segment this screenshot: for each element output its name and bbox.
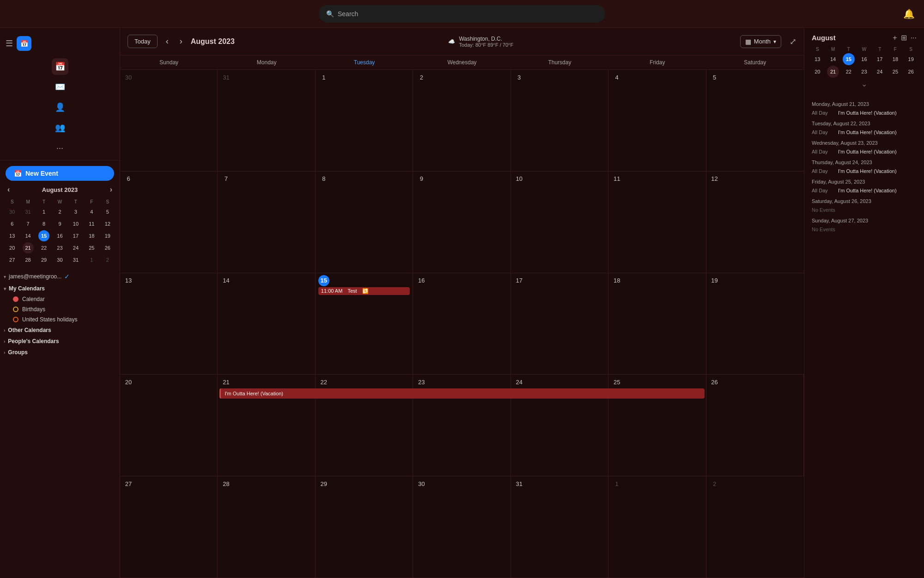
day-number[interactable]: 1 <box>611 478 622 489</box>
day-cell-31[interactable]: 31 <box>511 476 608 578</box>
mini-day[interactable]: 3 <box>70 206 81 217</box>
mini-day[interactable]: 29 <box>38 254 49 265</box>
day-number[interactable]: 30 <box>416 478 427 489</box>
mini-day[interactable]: 18 <box>86 230 97 241</box>
notification-icon[interactable]: 🔔 <box>903 8 915 19</box>
calendar-item-birthdays[interactable]: Birthdays <box>0 304 120 314</box>
day-cell-13[interactable]: 13 <box>120 273 218 375</box>
day-number[interactable]: 30 <box>123 72 134 83</box>
day-number[interactable]: 6 <box>123 173 134 184</box>
rp-event-row[interactable]: All Day I'm Outta Here! (Vacation) <box>804 148 924 156</box>
day-cell-10[interactable]: 10 <box>511 172 608 273</box>
prev-month-button[interactable]: ‹ <box>163 35 171 48</box>
day-number[interactable]: 2 <box>416 72 427 83</box>
sidebar-nav-contacts[interactable]: 👤 <box>52 99 68 116</box>
mini-day[interactable]: 31 <box>23 206 34 217</box>
mini-day[interactable]: 30 <box>6 206 18 217</box>
day-number[interactable]: 21 <box>220 376 231 387</box>
mini-day[interactable]: 26 <box>102 242 113 253</box>
vacation-event-bar[interactable]: I'm Outta Here! (Vacation) <box>219 388 704 399</box>
mini-day[interactable]: 5 <box>102 206 113 217</box>
other-calendars-header[interactable]: › Other Calendars <box>0 325 120 336</box>
day-cell-27[interactable]: 27 <box>120 476 218 578</box>
day-number[interactable]: 5 <box>709 72 720 83</box>
day-cell-7[interactable]: 7 <box>218 172 315 273</box>
calendar-item-us-holidays[interactable]: United States holidays <box>0 314 120 325</box>
day-cell-8[interactable]: 8 <box>316 172 413 273</box>
mini-day-today[interactable]: 15 <box>38 230 49 241</box>
today-button[interactable]: Today <box>128 35 158 48</box>
mini-day[interactable]: 2 <box>102 254 113 265</box>
day-cell-16[interactable]: 16 <box>413 273 511 375</box>
mini-day[interactable]: 6 <box>6 218 18 229</box>
rp-grid-button[interactable]: ⊞ <box>901 33 907 42</box>
rp-day-today[interactable]: 15 <box>843 53 855 65</box>
rp-more-button[interactable]: ··· <box>911 34 917 42</box>
rp-event-row[interactable]: All Day I'm Outta Here! (Vacation) <box>804 128 924 136</box>
day-cell-31[interactable]: 31 <box>218 70 315 171</box>
day-number[interactable]: 9 <box>416 173 427 184</box>
mini-day[interactable]: 1 <box>38 206 49 217</box>
day-cell-3[interactable]: 3 <box>511 70 608 171</box>
day-cell-28[interactable]: 28 <box>218 476 315 578</box>
mini-day[interactable]: 12 <box>102 218 113 229</box>
day-number[interactable]: 4 <box>611 72 622 83</box>
mini-day[interactable]: 27 <box>6 254 18 265</box>
search-bar[interactable]: 🔍 Search <box>319 5 605 23</box>
day-cell-6[interactable]: 6 <box>120 172 218 273</box>
day-cell-29[interactable]: 29 <box>316 476 413 578</box>
sidebar-nav-calendar[interactable]: 📅 <box>52 58 68 75</box>
day-number[interactable]: 29 <box>318 478 329 489</box>
day-number[interactable]: 20 <box>123 376 134 387</box>
rp-day[interactable]: 16 <box>858 53 870 65</box>
mini-cal-next[interactable]: › <box>107 184 115 195</box>
mini-day[interactable]: 8 <box>38 218 49 229</box>
day-cell-11[interactable]: 11 <box>608 172 706 273</box>
mini-day[interactable]: 14 <box>23 230 34 241</box>
day-cell-9[interactable]: 9 <box>413 172 511 273</box>
rp-add-button[interactable]: + <box>893 34 897 42</box>
mini-day[interactable]: 22 <box>38 242 49 253</box>
month-selector[interactable]: ▦ Month ▾ <box>740 35 781 48</box>
day-number[interactable]: 31 <box>220 72 231 83</box>
day-cell-2[interactable]: 2 <box>413 70 511 171</box>
hamburger-button[interactable]: ☰ <box>6 38 13 49</box>
mini-day[interactable]: 4 <box>86 206 97 217</box>
day-number[interactable]: 27 <box>123 478 134 489</box>
rp-day[interactable]: 22 <box>843 66 855 78</box>
mini-day[interactable]: 20 <box>6 242 18 253</box>
day-cell-15[interactable]: 15 11:00 AM Test 🔁 <box>316 273 413 375</box>
rp-day[interactable]: 26 <box>905 66 917 78</box>
day-number[interactable]: 3 <box>514 72 525 83</box>
day-cell-30b[interactable]: 30 <box>413 476 511 578</box>
day-number[interactable]: 12 <box>709 173 720 184</box>
rp-event-row[interactable]: All Day I'm Outta Here! (Vacation) <box>804 109 924 117</box>
calendar-event-test[interactable]: 11:00 AM Test 🔁 <box>318 287 410 295</box>
sidebar-nav-more[interactable]: ··· <box>52 140 68 156</box>
mini-day[interactable]: 7 <box>23 218 34 229</box>
mini-day[interactable]: 25 <box>86 242 97 253</box>
day-number[interactable]: 24 <box>514 376 525 387</box>
day-number[interactable]: 26 <box>709 376 720 387</box>
day-number[interactable]: 19 <box>709 275 720 286</box>
day-number[interactable]: 8 <box>318 173 329 184</box>
rp-event-row[interactable]: All Day I'm Outta Here! (Vacation) <box>804 186 924 195</box>
day-number[interactable]: 25 <box>611 376 622 387</box>
rp-day-selected[interactable]: 21 <box>827 66 839 78</box>
day-number[interactable]: 7 <box>220 173 231 184</box>
day-cell-26[interactable]: 26 <box>706 375 804 476</box>
rp-day[interactable]: 13 <box>811 53 823 65</box>
peoples-calendars-header[interactable]: › People's Calendars <box>0 336 120 347</box>
new-event-button[interactable]: 📅 New Event <box>6 166 114 181</box>
day-number[interactable]: 28 <box>220 478 231 489</box>
day-number[interactable]: 11 <box>611 173 622 184</box>
rp-day[interactable]: 25 <box>889 66 901 78</box>
my-calendars-header[interactable]: ▾ My Calendars <box>0 283 120 294</box>
mini-day[interactable]: 9 <box>54 218 65 229</box>
day-cell-sep2[interactable]: 2 <box>706 476 804 578</box>
account-row[interactable]: ▾ james@meetingroo... ✓ <box>0 270 120 283</box>
day-cell-5[interactable]: 5 <box>706 70 804 171</box>
mini-day[interactable]: 28 <box>23 254 34 265</box>
next-month-button[interactable]: › <box>177 35 185 48</box>
expand-button[interactable]: ⤢ <box>790 37 796 47</box>
